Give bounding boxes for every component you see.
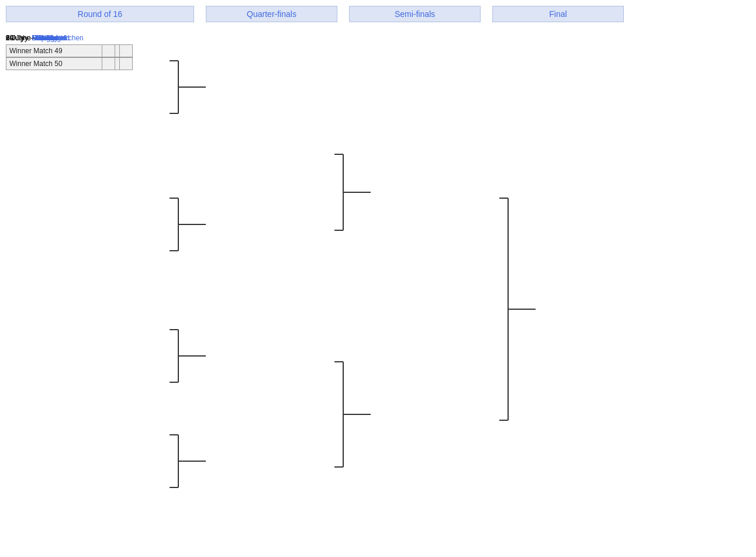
header-qf: Quarter-finals xyxy=(206,6,337,22)
final-berlin-date: 14 July – Berlin xyxy=(6,34,115,42)
final-berlin-group: 14 July – Berlin Winner Match 49 Winner … xyxy=(6,34,115,70)
header-sf: Semi-finals xyxy=(349,6,481,22)
final-m1-t1: Winner Match 49 xyxy=(6,44,115,57)
bracket-container: Round of 16 Quarter-finals Semi-finals F… xyxy=(0,0,756,557)
header-final: Final xyxy=(492,6,624,22)
connector-lines xyxy=(6,34,748,557)
header-row: Round of 16 Quarter-finals Semi-finals F… xyxy=(6,6,750,22)
header-r16: Round of 16 xyxy=(6,6,194,22)
bracket-area: 30 June – Cologne Winner Group B 3rd Gro… xyxy=(6,34,748,557)
final-m1-t2: Winner Match 50 xyxy=(6,57,115,70)
